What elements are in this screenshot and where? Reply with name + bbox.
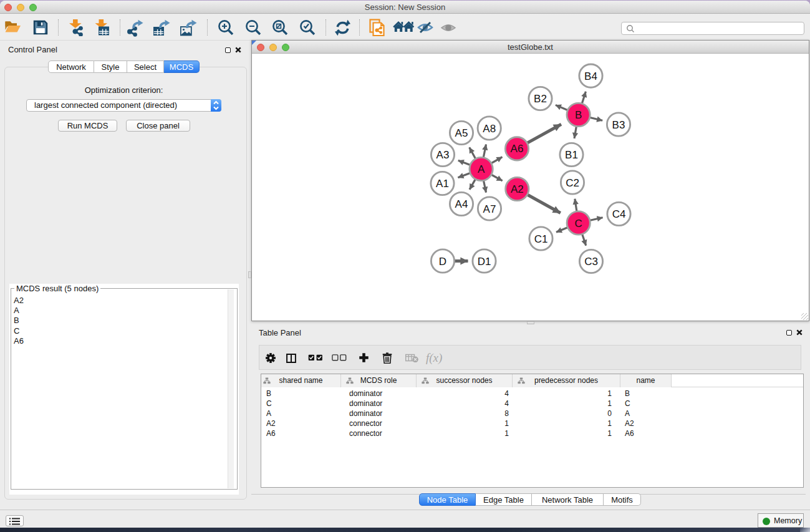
svg-text:B2: B2 xyxy=(534,93,547,105)
svg-text:C2: C2 xyxy=(566,177,579,189)
svg-text:C4: C4 xyxy=(612,208,626,220)
svg-text:C1: C1 xyxy=(534,233,548,245)
svg-text:A4: A4 xyxy=(455,198,468,210)
svg-text:D: D xyxy=(439,256,446,268)
svg-text:B1: B1 xyxy=(565,149,578,161)
svg-text:A3: A3 xyxy=(436,149,450,161)
svg-text:A8: A8 xyxy=(483,123,496,135)
svg-text:D1: D1 xyxy=(478,256,491,268)
svg-text:C: C xyxy=(575,218,582,230)
svg-text:A2: A2 xyxy=(511,183,524,195)
svg-text:A5: A5 xyxy=(455,127,468,139)
svg-text:C3: C3 xyxy=(584,256,598,268)
svg-text:B4: B4 xyxy=(584,70,597,82)
svg-text:B: B xyxy=(575,109,582,121)
svg-text:A1: A1 xyxy=(436,178,449,190)
svg-text:A7: A7 xyxy=(483,203,496,215)
svg-text:A: A xyxy=(478,163,485,175)
svg-text:B3: B3 xyxy=(612,119,625,131)
svg-text:A6: A6 xyxy=(511,143,524,155)
